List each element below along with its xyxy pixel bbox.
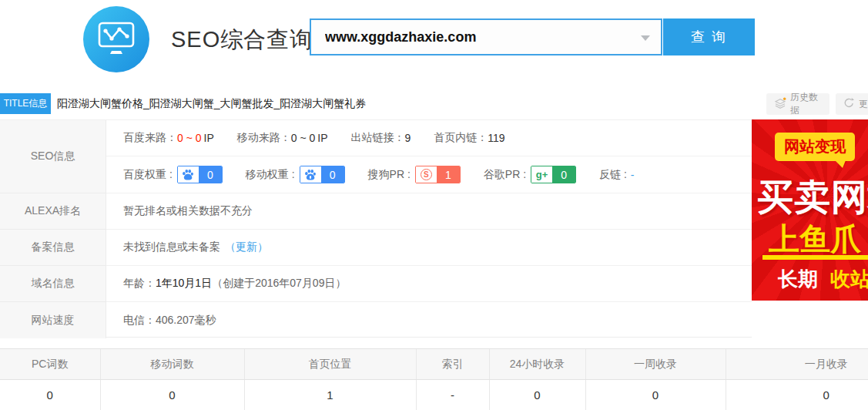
sidebar-item-alexa: ALEXA排名 [0, 193, 106, 230]
ad-headline: 买卖网站 [757, 173, 868, 222]
layers-history-icon [774, 97, 786, 112]
sidebar-item-seo-info: SEO信息 [0, 120, 106, 193]
chevron-down-icon[interactable] [641, 35, 650, 41]
sogou-icon: S [416, 166, 437, 183]
col-mobile-words: 移动词数 [100, 349, 244, 380]
homepage-internal-links: 首页内链： 119 [434, 131, 504, 145]
sogou-pr: 搜狗PR : S 1 [368, 166, 461, 183]
google-pr: 谷歌PR : g+ 0 [484, 166, 576, 183]
ad-bubble-text: 网站变现 [775, 133, 855, 161]
speed-row: 电信：406.207毫秒 [106, 302, 752, 338]
speed-text: 电信：406.207毫秒 [123, 314, 216, 328]
val-mobile-words: 0 [100, 380, 244, 410]
search-box [310, 18, 662, 55]
keyword-stats-table: PC词数 移动词数 首页位置 索引 24小时收录 一周收录 一月收录 0 0 1… [0, 348, 868, 410]
homepage-internal-links-value: 119 [488, 132, 504, 144]
ad-footer-line: 长期收站 [778, 266, 868, 293]
sogou-pr-value: 1 [437, 166, 460, 183]
sidebar-item-icp: 备案信息 [0, 230, 106, 266]
val-pc-words: 0 [0, 380, 100, 410]
google-plus-icon: g+ [531, 166, 552, 183]
baidu-paw-icon [178, 166, 199, 183]
backlinks: 反链 : - [599, 168, 634, 182]
ad-footer-white: 长期 [778, 267, 818, 291]
mobile-weight-label: 移动权重 : [246, 168, 295, 182]
homepage-internal-links-label: 首页内链： [434, 131, 488, 145]
col-pc-words: PC词数 [0, 349, 100, 380]
val-homepage-position: 1 [244, 380, 416, 410]
outbound-links-value: 9 [405, 132, 411, 144]
mobile-traffic-value: 0 ~ 0 [291, 132, 316, 144]
monitor-chart-icon [96, 19, 136, 59]
val-24h-collect: 0 [489, 380, 585, 410]
table-header-row: PC词数 移动词数 首页位置 索引 24小时收录 一周收录 一月收录 [0, 349, 868, 380]
sogou-pr-label: 搜狗PR : [368, 168, 411, 182]
mobile-traffic: 移动来路： 0 ~ 0 IP [237, 131, 328, 145]
col-homepage-position: 首页位置 [244, 349, 416, 380]
baidu-weight-badge[interactable]: 0 [177, 166, 223, 183]
ad-banner[interactable]: 网站变现 买卖网站 上鱼爪 长期收站 [752, 119, 868, 301]
history-data-button[interactable]: 历史数据 [766, 93, 829, 115]
val-week-collect: 0 [585, 380, 726, 410]
icp-row: 未找到信息或未备案 （更新） [106, 230, 752, 266]
domain-age-label: 年龄： [123, 277, 156, 291]
sogou-pr-badge[interactable]: S 1 [415, 166, 461, 183]
col-index: 索引 [416, 349, 489, 380]
baidu-traffic-label: 百度来路： [123, 131, 177, 145]
outbound-links-label: 出站链接： [351, 131, 405, 145]
google-pr-value: 0 [552, 166, 575, 183]
domain-created-text: （创建于2016年07月09日） [212, 277, 346, 291]
mobile-weight: 移动权重 : 0 [246, 166, 345, 183]
col-month-collect: 一月收录 [726, 349, 868, 380]
site-title-text: 阳澄湖大闸蟹价格_阳澄湖大闸蟹_大闸蟹批发_阳澄湖大闸蟹礼券 [57, 97, 366, 111]
alexa-text: 暂无排名或相关数据不充分 [123, 204, 253, 218]
mobile-traffic-label: 移动来路： [237, 131, 291, 145]
alexa-row: 暂无排名或相关数据不充分 [106, 193, 752, 230]
page-title: SEO综合查询 [171, 25, 313, 55]
app-logo [83, 6, 149, 72]
backlinks-value[interactable]: - [631, 169, 635, 181]
ad-subline: 上鱼爪 [769, 218, 861, 260]
title-info-badge: TITLE信息 [0, 93, 51, 114]
sidebar-item-speed: 网站速度 [0, 302, 106, 338]
seo-overview-panel: SEO信息 ALEXA排名 备案信息 域名信息 网站速度 百度来路： 0 ~ 0… [0, 119, 752, 338]
baidu-weight: 百度权重 : 0 [123, 166, 223, 183]
mobile-traffic-unit: IP [317, 132, 327, 144]
query-button[interactable]: 查 询 [663, 18, 755, 55]
baidu-traffic-unit: IP [204, 132, 214, 144]
col-week-collect: 一周收录 [585, 349, 726, 380]
baidu-mobile-paw-icon [300, 166, 321, 183]
sidebar-item-domain: 域名信息 [0, 266, 106, 302]
icp-text: 未找到信息或未备案 [123, 240, 220, 254]
baidu-weight-value: 0 [199, 166, 222, 183]
mobile-weight-badge[interactable]: 0 [300, 166, 345, 183]
history-data-label: 历史数据 [790, 91, 822, 117]
table-value-row: 0 0 1 - 0 0 0 [0, 380, 868, 410]
refresh-cache-button[interactable]: 更 [836, 93, 868, 115]
baidu-weight-label: 百度权重 : [123, 168, 173, 182]
outbound-links: 出站链接： 9 [351, 131, 411, 145]
icp-update-link[interactable]: （更新） [225, 240, 268, 254]
col-24h-collect: 24小时收录 [489, 349, 585, 380]
seo-traffic-row: 百度来路： 0 ~ 0 IP 移动来路： 0 ~ 0 IP 出站链接： 9 首页… [106, 120, 752, 156]
google-pr-label: 谷歌PR : [484, 168, 526, 182]
val-index: - [416, 380, 489, 410]
ad-footer-yellow: 收站 [830, 267, 868, 291]
val-month-collect: 0 [726, 380, 868, 410]
baidu-traffic-value: 0 ~ 0 [177, 132, 202, 144]
mobile-weight-value: 0 [321, 166, 344, 183]
ad-underline [762, 255, 868, 260]
domain-row: 年龄： 1年10月1日 （创建于2016年07月09日） [106, 266, 752, 302]
domain-age-value: 1年10月1日 [156, 277, 212, 291]
search-input[interactable] [311, 20, 661, 54]
seo-weight-row: 百度权重 : 0 移动权重 : [106, 156, 752, 193]
refresh-label: 更 [859, 98, 868, 111]
baidu-traffic: 百度来路： 0 ~ 0 IP [123, 131, 214, 145]
refresh-icon [843, 97, 855, 111]
backlinks-label: 反链 : [599, 168, 627, 182]
google-pr-badge[interactable]: g+ 0 [531, 166, 576, 183]
